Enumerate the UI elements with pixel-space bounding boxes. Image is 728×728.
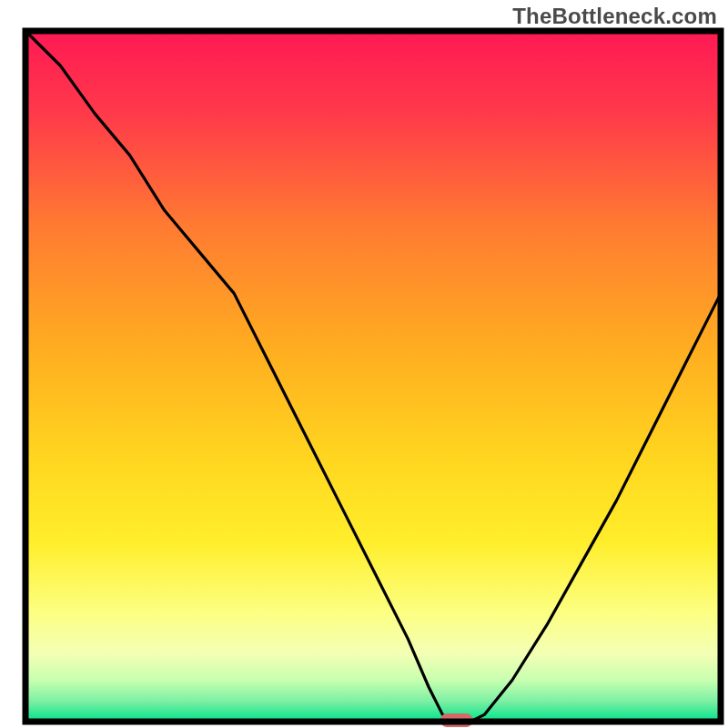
- bottleneck-chart: [0, 0, 728, 728]
- plot-area: [25, 31, 721, 727]
- chart-container: TheBottleneck.com: [0, 0, 728, 728]
- watermark-text: TheBottleneck.com: [512, 4, 717, 29]
- gradient-background: [25, 31, 721, 722]
